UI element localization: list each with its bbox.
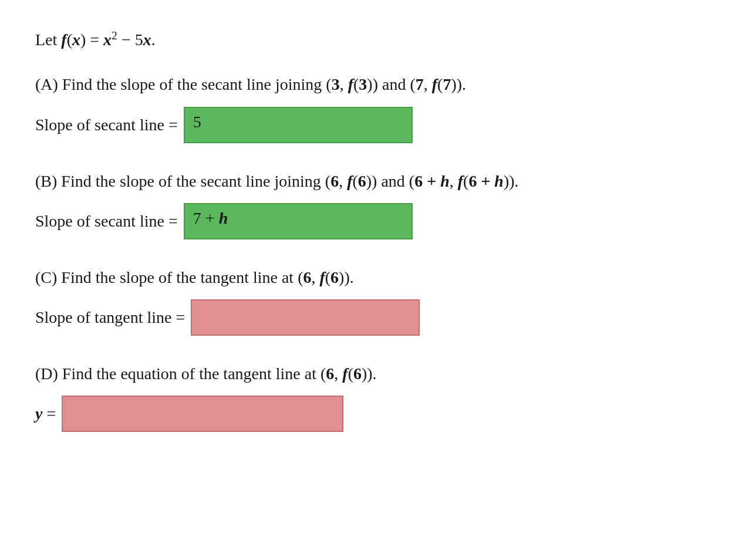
section-b-answer-row: Slope of secant line = 7 + h	[35, 203, 721, 239]
section-d-answer-box[interactable]	[62, 396, 343, 432]
section-b-value: 7 + h	[193, 209, 228, 227]
section-d-answer-row: y =	[35, 396, 721, 432]
section-d-label: y =	[35, 404, 56, 423]
section-b-question: (B) Find the slope of the secant line jo…	[35, 170, 721, 193]
section-b-answer-box[interactable]: 7 + h	[184, 203, 413, 239]
section-a-answer-box[interactable]: 5	[184, 107, 413, 143]
section-d-question: (D) Find the equation of the tangent lin…	[35, 362, 721, 385]
section-d: (D) Find the equation of the tangent lin…	[35, 362, 721, 432]
section-b-label: Slope of secant line =	[35, 212, 178, 231]
section-c-answer-box[interactable]	[191, 299, 420, 336]
intro-text: Let f(x) = x2 − 5x.	[35, 29, 721, 49]
section-a-label: Slope of secant line =	[35, 116, 178, 134]
section-a-answer-row: Slope of secant line = 5	[35, 107, 721, 143]
section-c: (C) Find the slope of the tangent line a…	[35, 266, 721, 336]
section-c-answer-row: Slope of tangent line =	[35, 299, 721, 336]
section-a-value: 5	[193, 113, 201, 131]
section-c-label: Slope of tangent line =	[35, 308, 185, 327]
section-a-question: (A) Find the slope of the secant line jo…	[35, 73, 721, 96]
section-c-question: (C) Find the slope of the tangent line a…	[35, 266, 721, 289]
section-a: (A) Find the slope of the secant line jo…	[35, 73, 721, 143]
section-b: (B) Find the slope of the secant line jo…	[35, 170, 721, 239]
